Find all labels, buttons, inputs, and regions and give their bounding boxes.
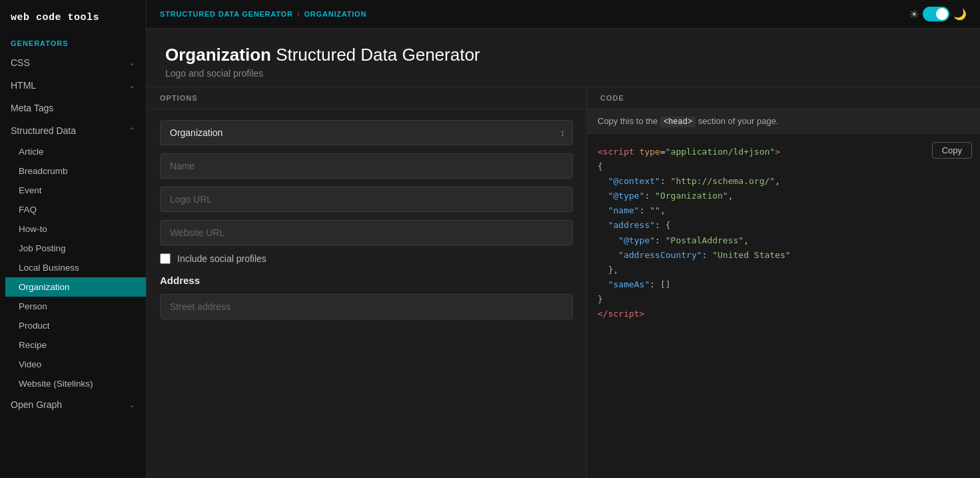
code-panel-header: CODE <box>587 87 980 109</box>
sidebar-item-label: Open Graph <box>11 399 62 410</box>
include-social-checkbox[interactable] <box>160 253 171 264</box>
code-notice-text: Copy this to the <box>598 116 660 126</box>
code-notice-suffix: section of your page. <box>696 116 778 126</box>
sidebar-item-label: Website (Sitelinks) <box>19 379 93 389</box>
sidebar-item-website-sitelinks[interactable]: Website (Sitelinks) <box>5 374 146 393</box>
sidebar-item-recipe[interactable]: Recipe <box>5 335 146 355</box>
include-social-checkbox-row[interactable]: Include social profiles <box>160 253 573 264</box>
toggle-knob <box>936 8 948 20</box>
breadcrumb-separator: › <box>297 9 300 19</box>
generators-label: GENERATORS <box>0 33 146 51</box>
sidebar-item-label: Organization <box>19 282 70 292</box>
street-address-field <box>160 294 573 319</box>
logo-url-input[interactable] <box>160 187 573 212</box>
sidebar-item-breadcrumb[interactable]: Breadcrumb <box>5 161 146 181</box>
sidebar-item-label: Video <box>19 359 41 369</box>
sidebar-item-faq[interactable]: FAQ <box>5 200 146 219</box>
page-title-rest: Structured Data Generator <box>271 45 480 65</box>
sidebar: web code tools GENERATORS CSS ⌄ HTML ⌄ M… <box>0 0 147 478</box>
sidebar-item-label: Breadcrumb <box>19 166 68 176</box>
code-notice-head: <head> <box>660 117 696 127</box>
app-logo: web code tools <box>0 0 146 33</box>
sidebar-item-html[interactable]: HTML ⌄ <box>0 74 146 97</box>
options-body: Organization Local Business Person Produ… <box>147 109 586 330</box>
type-select-wrapper: Organization Local Business Person Produ… <box>160 120 573 145</box>
sidebar-item-label: How-to <box>19 224 47 234</box>
breadcrumb-current: ORGANIZATION <box>304 10 366 18</box>
page-header: Organization Structured Data Generator L… <box>147 29 980 87</box>
breadcrumb-parent[interactable]: STRUCTURED DATA GENERATOR <box>160 10 293 18</box>
breadcrumb: STRUCTURED DATA GENERATOR › ORGANIZATION <box>160 9 366 19</box>
sidebar-item-video[interactable]: Video <box>5 355 146 374</box>
sidebar-item-how-to[interactable]: How-to <box>5 219 146 239</box>
chevron-down-icon: ⌄ <box>129 58 135 67</box>
code-block: <script type="application/ld+json"> { "@… <box>598 145 969 321</box>
options-panel-header: OPTIONS <box>147 87 586 109</box>
sidebar-item-label: CSS <box>11 57 30 68</box>
sidebar-item-job-posting[interactable]: Job Posting <box>5 239 146 258</box>
sidebar-item-organization[interactable]: Organization <box>5 277 146 297</box>
sidebar-item-structured-data[interactable]: Structured Data ⌃ <box>0 119 146 142</box>
sidebar-item-event[interactable]: Event <box>5 181 146 200</box>
sidebar-item-meta-tags[interactable]: Meta Tags <box>0 97 146 119</box>
sidebar-item-label: Job Posting <box>19 243 66 253</box>
chevron-up-icon: ⌃ <box>129 126 135 135</box>
sidebar-item-label: Person <box>19 301 47 311</box>
page-title-bold: Organization <box>165 45 271 65</box>
code-body: Copy <script type="application/ld+json">… <box>587 134 980 478</box>
theme-toggle[interactable]: ☀ 🌙 <box>909 7 967 21</box>
sidebar-item-label: Event <box>19 185 42 195</box>
sidebar-item-open-graph[interactable]: Open Graph ⌄ <box>0 393 146 416</box>
type-field: Organization Local Business Person Produ… <box>160 120 573 145</box>
website-url-field <box>160 220 573 245</box>
type-select[interactable]: Organization Local Business Person Produ… <box>160 120 573 145</box>
code-notice: Copy this to the <head> section of your … <box>587 109 980 134</box>
include-social-label: Include social profiles <box>177 253 266 264</box>
sidebar-item-label: Structured Data <box>11 125 76 136</box>
structured-data-subnav: Article Breadcrumb Event FAQ How-to Job … <box>0 142 146 393</box>
address-section-label: Address <box>160 275 573 286</box>
code-panel: CODE Copy this to the <head> section of … <box>587 87 980 478</box>
sun-icon: ☀ <box>909 8 919 21</box>
sidebar-item-label: Article <box>19 147 44 157</box>
sidebar-item-label: Product <box>19 321 50 331</box>
street-address-input[interactable] <box>160 294 573 319</box>
sidebar-item-label: Recipe <box>19 340 47 350</box>
moon-icon: 🌙 <box>953 8 967 21</box>
main-content: STRUCTURED DATA GENERATOR › ORGANIZATION… <box>147 0 980 478</box>
sidebar-item-label: HTML <box>11 80 36 91</box>
options-panel: OPTIONS Organization Local Business Pers… <box>147 87 587 478</box>
chevron-down-icon: ⌄ <box>129 400 135 409</box>
page-subtitle: Logo and social profiles <box>165 68 961 79</box>
panels: OPTIONS Organization Local Business Pers… <box>147 87 980 478</box>
logo-url-field <box>160 187 573 212</box>
sidebar-item-local-business[interactable]: Local Business <box>5 258 146 277</box>
copy-button[interactable]: Copy <box>932 142 972 159</box>
sidebar-item-css[interactable]: CSS ⌄ <box>0 51 146 74</box>
name-input[interactable] <box>160 153 573 179</box>
page-title: Organization Structured Data Generator <box>165 45 961 65</box>
topbar: STRUCTURED DATA GENERATOR › ORGANIZATION… <box>147 0 980 29</box>
sidebar-item-label: FAQ <box>19 205 37 215</box>
sidebar-item-label: Local Business <box>19 263 79 273</box>
dark-mode-toggle[interactable] <box>923 7 949 21</box>
sidebar-item-label: Meta Tags <box>11 103 53 113</box>
name-field <box>160 153 573 179</box>
sidebar-item-product[interactable]: Product <box>5 316 146 335</box>
sidebar-item-person[interactable]: Person <box>5 297 146 316</box>
sidebar-item-article[interactable]: Article <box>5 142 146 161</box>
chevron-down-icon: ⌄ <box>129 81 135 90</box>
website-url-input[interactable] <box>160 220 573 245</box>
